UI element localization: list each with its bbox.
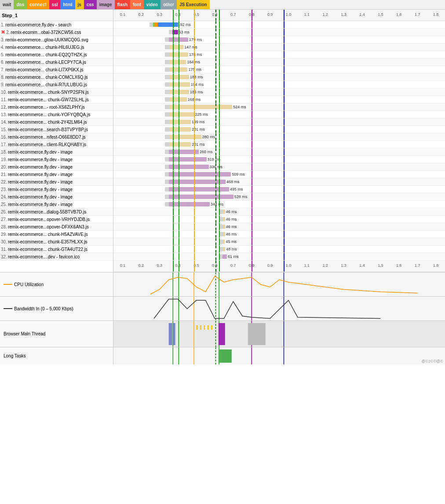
vline-row-10-4 [219,88,220,96]
bottom-chart-2 [113,321,445,347]
vline-row-25-5 [252,201,252,208]
timeline-row-25: 344 ms [113,201,445,208]
tick-0.5: 0.5 [193,12,199,17]
vline-row-12-6 [284,103,285,110]
bar-main-18 [169,150,199,154]
ms-label-15: 201 ms [192,127,205,132]
bar-wait-13 [165,112,169,117]
row-label-10: 10.remix-ecommerce... chunk-SNYP2SFN.js [0,88,113,96]
bar-main-29 [223,232,225,236]
vline-row-26-5 [252,208,252,215]
chart-svg-3 [113,347,445,364]
ms-label-10: 186 ms [190,90,203,94]
bar-wait-29 [219,232,223,236]
vline-row-5-4 [219,51,220,58]
step-label: Step_1 [2,13,18,18]
vline-row-8-3 [215,74,216,81]
bar-wait-23 [165,187,168,191]
row-label-25: 25.remix-ecommerce.fly.dev - image [0,201,113,208]
bottom-chart-3: @©2©©@© [113,347,445,364]
row-label-text-12: remix-ecommerce...- root-XS6ZLPHY.js [8,105,85,110]
bar-main-6 [170,60,186,64]
row-label-2: ✖2.remix-ecomm...obal-372KCW56.css [0,29,113,36]
row-num-4: 4. [1,45,4,50]
ms-label-32: 61 ms [228,254,239,259]
ms-label-3: 179 ms [189,37,202,42]
vline-row-25-6 [284,201,285,208]
vline-row-21-6 [284,171,285,178]
legend-image: image [97,0,115,9]
vline-row-2-6 [284,29,285,36]
tick-1.3: 1.3 [341,263,347,268]
tick-1.4: 1.4 [359,12,365,17]
tick-0.8: 0.8 [249,263,255,268]
row-label-text-28: remix-ecommerce...opover-DFXK6AN3.js [8,224,89,229]
vline-row-7-4 [219,66,220,73]
vline-row-1-6 [284,21,285,28]
row-num-17: 17. [1,142,7,147]
vline-row-26-6 [284,208,285,215]
vline-row-18-3 [215,148,216,155]
legend-bar: wait dns connect ssl html js css image f… [0,0,445,10]
vline-row-3-3 [215,36,216,43]
row-label-text-1: remix-ecommerce.fly.dev - search [5,22,71,27]
timeline-row-21: 509 ms [113,171,445,178]
tick-1.8: 1.8 [433,12,439,17]
row-label-31: 31.remix-ecommerce... chunk-GTA4UT22.js [0,246,113,253]
bar-wait-26 [219,210,223,214]
vline-row-26-1 [179,208,179,215]
vline-row-4-4 [219,44,220,51]
thread-jsexec-1 [200,325,201,330]
vline-row-15-6 [284,126,285,133]
timeline-row-15: 201 ms [113,126,445,133]
vline-row-9-6 [284,81,285,88]
vline-row-29-0 [173,231,174,238]
vline-row-16-4 [219,133,220,140]
vline-row-10-5 [252,88,252,96]
vline-row-24-5 [252,193,252,200]
tick-0.9: 0.9 [267,12,273,17]
tick-0.2: 0.2 [139,263,144,268]
row-label-24: 24.remix-ecommerce.fly.dev - image [0,193,113,201]
vline-row-5-3 [215,51,216,58]
bar-main-21 [169,172,231,177]
row-label-text-22: remix-ecommerce.fly.dev - image [8,180,73,184]
row-num-26: 26. [1,210,7,214]
row-label-8: 8.remix-ecommerce... chunk-COMCLX6Q.js [0,74,113,81]
vline-row-1-4 [219,21,220,28]
vline-row-27-6 [284,216,285,223]
vline-row-31-0 [173,246,174,253]
bar-wait-24 [165,195,168,199]
row-label-26: 26.remix-ecommerce...dialog-55BTVB7D.js [0,208,113,216]
tick-0.4: 0.4 [175,263,181,268]
vline-row-19-6 [284,156,285,163]
row-label-20: 20.remix-ecommerce.fly.dev - image [0,163,113,171]
vline-row-5-6 [284,51,285,58]
row-num-1: 1. [1,22,4,27]
vline-row-30-3 [215,238,216,245]
watermark: @©2©©@© [421,359,443,364]
timeline-row-12: 524 ms [113,103,445,111]
timeline-row-3: 179 ms [113,36,445,44]
vline-row-27-1 [179,216,179,223]
vline-row-28-3 [215,223,216,230]
row-label-text-24: remix-ecommerce.fly.dev - image [8,195,73,199]
row-num-9: 9. [1,82,4,87]
bar-main-3 [169,37,188,42]
bar-wait-12 [165,105,169,109]
row-label-text-9: remix-ecommerce... chunk-R7ULUBUG.js [5,82,87,87]
vline-row-32-6 [284,253,285,260]
vline-row-32-5 [252,253,252,260]
step-header: Step_1 [0,10,113,21]
chart-svg-0 [113,272,445,296]
row-label-27: 27.remix-ecommerce...opover-VRHYDJDB.js [0,216,113,223]
timeline-row-29: 46 ms [113,231,445,238]
bar-main-26 [223,210,225,214]
row-num-22: 22. [1,180,7,184]
bottom-section-3: Long Tasks@©2©©@© [0,347,445,364]
vline-row-27-5 [252,216,252,223]
ms-label-28: 46 ms [226,224,237,229]
vline-row-29-2 [194,231,195,238]
vline-row-2-5 [252,29,252,36]
vline-row-4-5 [252,44,252,51]
